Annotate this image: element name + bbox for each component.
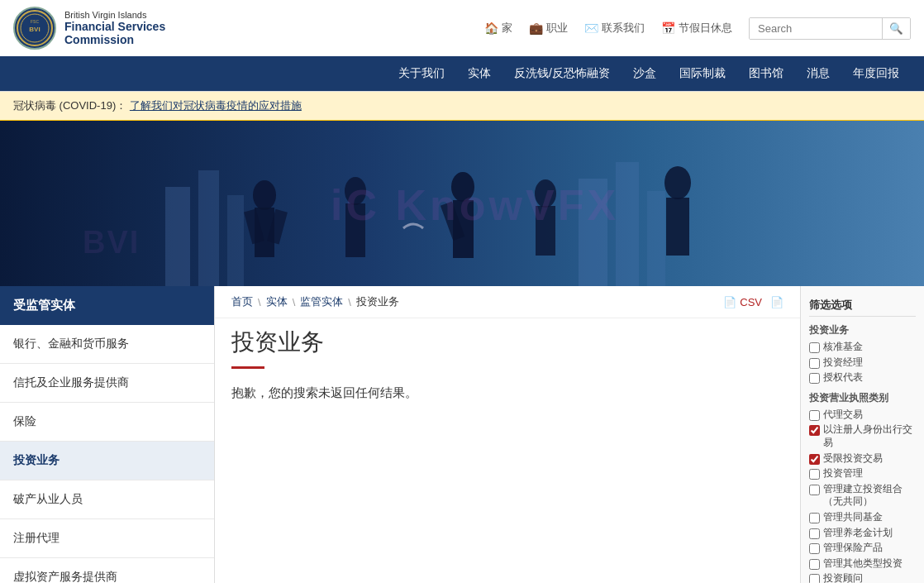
filter-authorized-rep-checkbox[interactable] bbox=[809, 373, 820, 384]
alert-bar: 冠状病毒 (COVID-19)： 了解我们对冠状病毒疫情的应对措施 bbox=[0, 92, 924, 121]
no-results-message: 抱歉，您的搜索未返回任何结果。 bbox=[231, 385, 783, 401]
nav-career[interactable]: 💼 职业 bbox=[529, 21, 568, 36]
sidebar-item-insurance[interactable]: 保险 bbox=[0, 403, 214, 442]
svg-rect-5 bbox=[165, 187, 190, 286]
breadcrumb-regulated[interactable]: 监管实体 bbox=[300, 294, 343, 309]
search-button[interactable]: 🔍 bbox=[882, 18, 910, 39]
svg-text:iC KnowVFX: iC KnowVFX bbox=[331, 181, 619, 229]
sidebar-item-investment[interactable]: 投资业务 bbox=[0, 442, 214, 480]
alert-link[interactable]: 了解我们对冠状病毒疫情的应对措施 bbox=[130, 99, 302, 112]
filter-portfolio-nocommon: 管理建立投资组合（无共同） bbox=[809, 483, 916, 509]
filter-authorized-rep-label: 授权代表 bbox=[823, 371, 863, 385]
svg-rect-10 bbox=[647, 191, 665, 286]
sidebar-item-insolvency[interactable]: 破产从业人员 bbox=[0, 480, 214, 519]
nav-home[interactable]: 🏠 家 bbox=[484, 21, 512, 36]
filter-investment-manager-checkbox[interactable] bbox=[809, 358, 820, 369]
filter-portfolio-nocommon-checkbox[interactable] bbox=[809, 485, 820, 495]
logo-line2: Financial Services bbox=[64, 20, 165, 33]
banner: iC KnowVFX BVI bbox=[0, 121, 924, 286]
nav-about[interactable]: 关于我们 bbox=[387, 56, 456, 91]
filter-portfolio-nocommon-label: 管理建立投资组合（无共同） bbox=[823, 483, 916, 509]
nav-news[interactable]: 消息 bbox=[795, 56, 841, 91]
filter-section-investment: 投资业务 bbox=[809, 323, 916, 337]
top-bar: BVI FSC British Virgin Islands Financial… bbox=[0, 0, 924, 56]
filter-pension-plan-label: 管理养老金计划 bbox=[823, 527, 893, 540]
breadcrumb-current: 投资业务 bbox=[356, 294, 399, 309]
nav-aml[interactable]: 反洗钱/反恐怖融资 bbox=[502, 56, 622, 91]
filter-restricted-trade: 受限投资交易 bbox=[809, 452, 916, 466]
filter-mutual-fund-checkbox[interactable] bbox=[809, 513, 820, 523]
export-buttons: 📄 CSV 📄 bbox=[723, 296, 783, 308]
filter-advisor: 投资顾问 bbox=[809, 572, 916, 583]
svg-rect-6 bbox=[198, 170, 219, 286]
sidebar-item-trust[interactable]: 信托及企业服务提供商 bbox=[0, 364, 214, 403]
filter-pension-plan: 管理养老金计划 bbox=[809, 527, 916, 540]
csv-export-button[interactable]: 📄 CSV bbox=[723, 296, 762, 308]
search-input[interactable] bbox=[750, 18, 882, 39]
sidebar-item-banking[interactable]: 银行、金融和货币服务 bbox=[0, 325, 214, 364]
filter-mutual-fund: 管理共同基金 bbox=[809, 511, 916, 524]
filter-restricted-trade-label: 受限投资交易 bbox=[823, 452, 883, 466]
filter-registered-trade: 以注册人身份出行交易 bbox=[809, 423, 916, 449]
print-export-button[interactable]: 📄 bbox=[770, 296, 783, 308]
filter-approved-fund-checkbox[interactable] bbox=[809, 342, 820, 353]
print-icon: 📄 bbox=[770, 296, 783, 308]
filter-restricted-trade-checkbox[interactable] bbox=[809, 454, 820, 465]
svg-point-11 bbox=[253, 180, 276, 210]
breadcrumb-entities[interactable]: 实体 bbox=[266, 294, 288, 309]
filter-registered-trade-checkbox[interactable] bbox=[809, 425, 820, 436]
filter-title: 筛选选项 bbox=[809, 294, 916, 317]
nav-holiday-label: 节假日休息 bbox=[679, 21, 732, 36]
nav-career-label: 职业 bbox=[546, 21, 568, 36]
filter-mutual-fund-label: 管理共同基金 bbox=[823, 511, 883, 524]
sidebar-item-virtual[interactable]: 虚拟资产服务提供商 bbox=[0, 558, 214, 583]
filter-approved-fund-label: 核准基金 bbox=[823, 341, 863, 354]
main-nav: 关于我们 实体 反洗钱/反恐怖融资 沙盒 国际制裁 图书馆 消息 年度回报 bbox=[0, 56, 924, 91]
nav-library[interactable]: 图书馆 bbox=[737, 56, 795, 91]
logo-line1: British Virgin Islands bbox=[64, 10, 165, 20]
three-col-layout: 受监管实体 银行、金融和货币服务 信托及企业服务提供商 保险 投资业务 破产从业… bbox=[0, 286, 924, 583]
header: BVI FSC British Virgin Islands Financial… bbox=[0, 0, 924, 92]
filter-agent-trade: 代理交易 bbox=[809, 409, 916, 422]
breadcrumb-home[interactable]: 首页 bbox=[231, 294, 253, 309]
filter-inv-management-checkbox[interactable] bbox=[809, 469, 820, 480]
filter-insurance-product-checkbox[interactable] bbox=[809, 543, 820, 554]
breadcrumb: 首页 \ 实体 \ 监管实体 \ 投资业务 📄 CSV 📄 bbox=[215, 286, 800, 318]
nav-contact[interactable]: ✉️ 联系我们 bbox=[584, 21, 645, 36]
filter-other-investment: 管理其他类型投资 bbox=[809, 557, 916, 571]
filter-inv-management: 投资管理 bbox=[809, 467, 916, 480]
filter-agent-trade-checkbox[interactable] bbox=[809, 410, 820, 421]
filter-other-investment-checkbox[interactable] bbox=[809, 559, 820, 570]
nav-entities[interactable]: 实体 bbox=[456, 56, 502, 91]
right-sidebar: 筛选选项 投资业务 核准基金 投资经理 授权代表 投资营业执照类别 代理交易 以… bbox=[800, 286, 924, 583]
nav-sandbox[interactable]: 沙盒 bbox=[622, 56, 668, 91]
filter-pension-plan-checkbox[interactable] bbox=[809, 528, 820, 539]
sidebar-title: 受监管实体 bbox=[0, 286, 214, 325]
svg-rect-7 bbox=[227, 195, 244, 286]
nav-sanctions[interactable]: 国际制裁 bbox=[668, 56, 737, 91]
filter-registered-trade-label: 以注册人身份出行交易 bbox=[823, 423, 916, 449]
filter-investment-manager-label: 投资经理 bbox=[823, 356, 863, 370]
filter-authorized-rep: 授权代表 bbox=[809, 371, 916, 385]
nav-home-label: 家 bbox=[502, 21, 512, 36]
logo-icon: BVI FSC bbox=[13, 7, 56, 50]
svg-text:FSC: FSC bbox=[31, 19, 39, 24]
top-nav: 🏠 家 💼 职业 ✉️ 联系我们 📅 节假日休息 🔍 bbox=[484, 17, 911, 40]
filter-advisor-label: 投资顾问 bbox=[823, 572, 863, 583]
filter-other-investment-label: 管理其他类型投资 bbox=[823, 557, 903, 571]
nav-annual[interactable]: 年度回报 bbox=[841, 56, 911, 91]
main-content: 首页 \ 实体 \ 监管实体 \ 投资业务 📄 CSV 📄 投资业务 抱歉，您的… bbox=[215, 286, 800, 583]
filter-agent-trade-label: 代理交易 bbox=[823, 409, 863, 422]
svg-rect-9 bbox=[616, 162, 639, 286]
mail-icon: ✉️ bbox=[584, 22, 598, 35]
left-sidebar: 受监管实体 银行、金融和货币服务 信托及企业服务提供商 保险 投资业务 破产从业… bbox=[0, 286, 215, 583]
filter-insurance-product: 管理保险产品 bbox=[809, 542, 916, 555]
filter-section-license: 投资营业执照类别 bbox=[809, 391, 916, 405]
nav-holiday[interactable]: 📅 节假日休息 bbox=[661, 21, 732, 36]
calendar-icon: 📅 bbox=[661, 22, 675, 35]
filter-insurance-product-label: 管理保险产品 bbox=[823, 542, 883, 555]
filter-advisor-checkbox[interactable] bbox=[809, 574, 820, 583]
sidebar-item-registered[interactable]: 注册代理 bbox=[0, 519, 214, 558]
filter-approved-fund: 核准基金 bbox=[809, 341, 916, 354]
svg-text:BVI: BVI bbox=[29, 26, 40, 33]
